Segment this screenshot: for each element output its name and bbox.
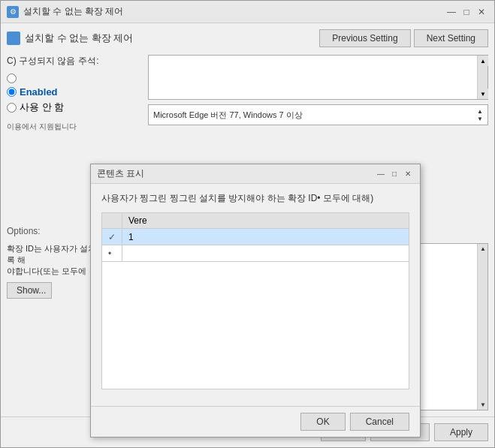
dialog-title-bar: 콘텐츠 표시 — □ ✕ bbox=[91, 164, 420, 184]
disabled-label: 사용 안 함 bbox=[20, 101, 64, 114]
not-configured-radio[interactable] bbox=[7, 74, 17, 83]
right-scroll-down[interactable]: ▼ bbox=[478, 399, 488, 410]
row-icon-2: • bbox=[102, 245, 122, 262]
right-scrollbar: ▲ ▼ bbox=[477, 244, 487, 410]
main-window-title: 설치할 수 없는 확장 제어 bbox=[23, 5, 123, 18]
table-header-value: Vere bbox=[122, 213, 409, 229]
enabled-radio[interactable] bbox=[7, 87, 17, 97]
scroll-up-arrow[interactable]: ▲ bbox=[478, 56, 488, 66]
enabled-label: Enabled bbox=[20, 86, 58, 98]
dialog-body: 사용자가 찡그린 찡그린 설치를 방지해야 하는 확장 ID• 모두에 대해) … bbox=[91, 184, 420, 406]
main-title-bar: ⚙ 설치할 수 없는 확장 제어 — □ ✕ bbox=[1, 1, 494, 23]
disabled-option[interactable]: 사용 안 함 bbox=[7, 101, 142, 114]
main-window-icon: ⚙ bbox=[7, 6, 19, 18]
comment-label: 주석: bbox=[78, 55, 98, 68]
text-area-box: ▲ ▼ bbox=[148, 55, 488, 100]
dialog-title: 콘텐츠 표시 bbox=[97, 167, 144, 180]
minimize-button[interactable]: — bbox=[445, 5, 458, 19]
dialog-description: 사용자가 찡그린 찡그린 설치를 방지해야 하는 확장 ID• 모두에 대해) bbox=[101, 191, 409, 205]
section-header: 설치할 수 없는 확장 제어 Previous Setting Next Set… bbox=[7, 29, 488, 47]
dialog-close-button[interactable]: ✕ bbox=[402, 168, 414, 180]
dialog-minimize-button[interactable]: — bbox=[375, 168, 387, 180]
table-body: ✓ 1 • bbox=[102, 229, 409, 389]
row-value-1[interactable]: 1 bbox=[122, 229, 409, 245]
support-scroll-down[interactable]: ▼ bbox=[477, 116, 483, 122]
table-row-empty bbox=[102, 262, 409, 389]
support-text: Microsoft Edge 버전 77, Windows 7 이상 bbox=[153, 110, 303, 121]
show-button[interactable]: Show... bbox=[7, 282, 52, 299]
table-header-icon bbox=[102, 213, 122, 229]
dialog-ok-button[interactable]: OK bbox=[300, 413, 345, 431]
apply-button[interactable]: Apply bbox=[434, 423, 488, 441]
radio-group: Enabled 사용 안 함 bbox=[7, 74, 142, 114]
next-setting-button[interactable]: Next Setting bbox=[414, 29, 488, 47]
note-text: 이용에서 지원됩니다 bbox=[7, 122, 142, 132]
row-value-2[interactable] bbox=[122, 245, 409, 262]
status-label: C) 구성되지 않음 bbox=[7, 55, 75, 68]
dialog-footer: OK Cancel bbox=[91, 406, 420, 437]
scroll-down-arrow[interactable]: ▼ bbox=[478, 89, 488, 99]
section-icon bbox=[7, 32, 20, 45]
main-title-controls: — □ ✕ bbox=[445, 5, 488, 19]
enabled-option[interactable]: Enabled bbox=[7, 86, 142, 98]
table-row[interactable]: ✓ 1 bbox=[102, 229, 409, 245]
title-bar-left: ⚙ 설치할 수 없는 확장 제어 bbox=[7, 5, 123, 18]
disabled-radio[interactable] bbox=[7, 103, 17, 113]
dialog: 콘텐츠 표시 — □ ✕ 사용자가 찡그린 찡그린 설치를 방지해야 하는 확장… bbox=[90, 164, 421, 437]
table-row[interactable]: • bbox=[102, 245, 409, 262]
section-title: 설치할 수 없는 확장 제어 bbox=[25, 32, 133, 45]
support-scroll-up[interactable]: ▲ bbox=[477, 108, 483, 115]
dialog-cancel-button[interactable]: Cancel bbox=[350, 413, 409, 431]
row-icon-1: ✓ bbox=[102, 229, 122, 245]
support-box: Microsoft Edge 버전 77, Windows 7 이상 ▲ ▼ bbox=[148, 104, 488, 125]
dialog-maximize-button[interactable]: □ bbox=[388, 168, 400, 180]
previous-setting-button[interactable]: Previous Setting bbox=[319, 29, 410, 47]
maximize-button[interactable]: □ bbox=[460, 5, 473, 19]
options-label: Options: bbox=[7, 226, 41, 236]
text-scrollbar: ▲ ▼ bbox=[477, 56, 487, 99]
dialog-controls: — □ ✕ bbox=[375, 168, 414, 180]
status-row: C) 구성되지 않음 주석: bbox=[7, 55, 142, 68]
close-button[interactable]: ✕ bbox=[475, 5, 488, 19]
dialog-table: Vere ✓ 1 • bbox=[101, 212, 409, 389]
not-configured-option[interactable] bbox=[7, 74, 142, 83]
right-scroll-up[interactable]: ▲ bbox=[478, 244, 488, 254]
